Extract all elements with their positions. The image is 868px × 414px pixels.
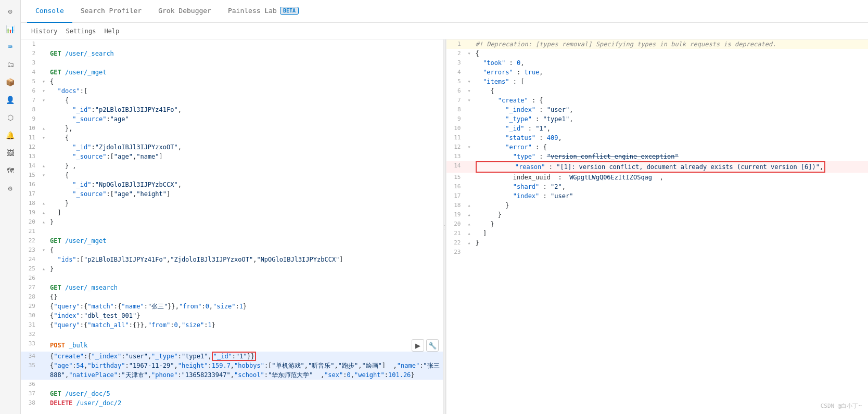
- table-row: 30 {"index":"dbl_test_001"}: [21, 311, 443, 320]
- sidebar-icon-alert[interactable]: 🔔: [3, 128, 18, 143]
- main-content: Console Search Profiler Grok Debugger Pa…: [21, 0, 868, 414]
- sidebar-icon-cluster[interactable]: ⬡: [3, 110, 18, 125]
- table-row: 21: [21, 227, 443, 236]
- table-row: 13 "_source":["age","name"]: [21, 152, 443, 161]
- table-row: 33 POST _bulk ▶ 🔧: [21, 339, 443, 352]
- table-row: 12 ▾ "error" : {: [446, 143, 869, 152]
- table-row: 20 ▴ }: [21, 217, 443, 227]
- table-row: 28 {}: [21, 292, 443, 302]
- sidebar: ⊙ 📊 ⌨ 🗂 📦 👤 ⬡ 🔔 🖼 🗺 ⚙: [0, 0, 21, 414]
- table-row: 4 "errors" : true,: [446, 68, 869, 77]
- sidebar-icon-settings[interactable]: ⚙: [3, 181, 18, 196]
- table-row: 8 "_index" : "user",: [446, 105, 869, 114]
- table-row: 9 "_source":"age": [21, 114, 443, 124]
- right-output-pane[interactable]: 1 #! Deprecation: [types removal] Specif…: [446, 40, 869, 414]
- table-row: 23: [446, 248, 869, 257]
- beta-badge: BETA: [280, 7, 299, 15]
- right-code-container: 1 #! Deprecation: [types removal] Specif…: [446, 40, 869, 267]
- table-row: 9 "_type" : "type1",: [446, 114, 869, 124]
- table-row: 14 "reason" : "[1]: version conflict, do…: [446, 161, 869, 173]
- wrench-button[interactable]: 🔧: [426, 339, 439, 352]
- table-row: 24 "ids":["p2LBloIBJl3IJPYz41Fo","Zjdolo…: [21, 255, 443, 264]
- sub-bar: History Settings Help: [21, 23, 868, 40]
- table-row: 16 "_id":"NpOGloIBJl3IJPYzbCCX",: [21, 180, 443, 189]
- table-row: 19 ▴ ]: [21, 208, 443, 217]
- sidebar-icon-home[interactable]: ⊙: [3, 4, 18, 19]
- table-row: 10 "_id" : "1",: [446, 124, 869, 133]
- table-row: 22 GET /user/_mget: [21, 236, 443, 245]
- table-row: 27 GET /user/_msearch: [21, 283, 443, 292]
- sidebar-icon-stack[interactable]: 📦: [3, 75, 18, 89]
- tab-console[interactable]: Console: [27, 0, 72, 23]
- table-row: 17 "index" : "user": [446, 191, 869, 201]
- tab-search-profiler[interactable]: Search Profiler: [72, 0, 150, 23]
- table-row: 19 ▴ }: [446, 210, 869, 219]
- table-row: 34 {"create":{"_index":"user","_type":"t…: [21, 352, 443, 361]
- table-row: 1: [21, 40, 443, 49]
- tab-grok-debugger[interactable]: Grok Debugger: [150, 0, 220, 23]
- subbar-help[interactable]: Help: [100, 27, 123, 36]
- table-row: 35 {"age":54,"birthday":"1967-11-29","he…: [21, 361, 443, 380]
- table-row: 18 ▴ }: [21, 199, 443, 208]
- table-row: 11 "status" : 409,: [446, 133, 869, 143]
- table-row: 2 ▾ {: [446, 49, 869, 58]
- sidebar-icon-analytics[interactable]: 📊: [3, 22, 18, 36]
- table-row: 2 GET /user/_search: [21, 49, 443, 58]
- sidebar-icon-canvas[interactable]: 🖼: [3, 146, 18, 160]
- table-row: 31 {"query":{"match_all":{}},"from":0,"s…: [21, 320, 443, 330]
- table-row: 11 ▾ {: [21, 133, 443, 143]
- watermark: CSDN @白小丁~: [821, 402, 862, 410]
- table-row: 26: [21, 274, 443, 283]
- table-row: 7 ▾ {: [21, 96, 443, 105]
- table-row: 10 ▴ },: [21, 124, 443, 133]
- table-row: 4 GET /user/_mget: [21, 68, 443, 77]
- left-editor-pane[interactable]: 1 2 GET /user/_search 3: [21, 40, 443, 414]
- table-row: 16 "shard" : "2",: [446, 182, 869, 191]
- table-row: 22 ▴ }: [446, 238, 869, 248]
- table-row: 21 ▴ ]: [446, 229, 869, 238]
- table-row: 12 "_id":"ZjdoloIBJl3IJPYzxoOT",: [21, 143, 443, 152]
- left-code-container: 1 2 GET /user/_search 3: [21, 40, 443, 414]
- table-row: 6 ▾ {: [446, 86, 869, 96]
- tab-bar: Console Search Profiler Grok Debugger Pa…: [21, 0, 868, 23]
- table-row: 6 ▾ "docs":[: [21, 86, 443, 96]
- run-button[interactable]: ▶: [412, 339, 424, 352]
- tab-painless-lab[interactable]: Painless Lab BETA: [220, 0, 307, 23]
- table-row: 15 index_uuid : WGpgtLWgQ06EzItIZOSqag ,: [446, 173, 869, 182]
- table-row: 37 GET /user/_doc/5: [21, 389, 443, 398]
- table-row: 25 ▴ }: [21, 264, 443, 274]
- editor-area: 1 2 GET /user/_search 3: [21, 40, 868, 414]
- table-row: 20 ▴ }: [446, 219, 869, 229]
- subbar-history[interactable]: History: [27, 27, 62, 36]
- table-row: 3: [21, 58, 443, 68]
- table-row: 23 ▾ {: [21, 245, 443, 255]
- table-row: 36: [21, 380, 443, 389]
- table-row: 5 ▾ "items" : [: [446, 77, 869, 86]
- table-row: 5 ▾ {: [21, 77, 443, 86]
- sidebar-icon-dev[interactable]: ⌨: [3, 40, 18, 54]
- table-row: 38 DELETE /user/_doc/2: [21, 398, 443, 408]
- sidebar-icon-user[interactable]: 👤: [3, 93, 18, 107]
- subbar-settings[interactable]: Settings: [62, 27, 100, 36]
- sidebar-icon-map[interactable]: 🗺: [3, 163, 18, 178]
- table-row: 18 ▴ }: [446, 201, 869, 210]
- table-row: 3 "took" : 0,: [446, 58, 869, 68]
- sidebar-icon-data[interactable]: 🗂: [3, 57, 18, 72]
- table-row: 15 ▾ {: [21, 171, 443, 180]
- table-row: 7 ▾ "create" : {: [446, 96, 869, 105]
- table-row: 13 "type" : "version_conflict_engine_exc…: [446, 152, 869, 161]
- table-row: 14 ▴ } ,: [21, 161, 443, 171]
- table-row: 29 {"query":{"match":{"name":"张三"}},"fro…: [21, 302, 443, 311]
- table-row: 8 "_id":"p2LBloIBJl3IJPYz41Fo",: [21, 105, 443, 114]
- table-row: 32: [21, 330, 443, 339]
- table-row: 17 "_source":["age","height"]: [21, 189, 443, 199]
- table-row: 1 #! Deprecation: [types removal] Specif…: [446, 40, 869, 49]
